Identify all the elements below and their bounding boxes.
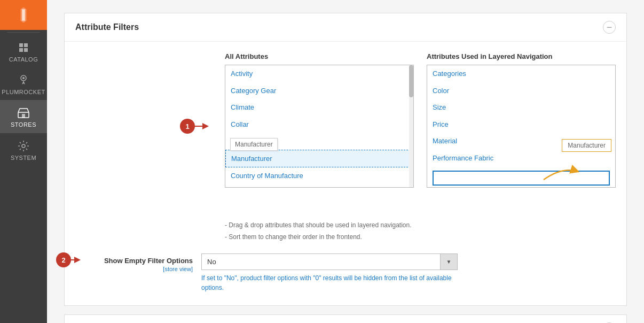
step1-circle: 1 <box>180 119 195 134</box>
used-attr-performance[interactable]: Performance Fabric <box>427 150 615 167</box>
show-empty-filter-control: No ▼ If set to "No", product filter opti… <box>201 253 616 293</box>
used-attr-color[interactable]: Color <box>427 82 615 99</box>
plumrocket-icon <box>17 74 30 87</box>
used-attributes-col: Attributes Used in Layered Navigation Ca… <box>427 52 616 188</box>
svg-rect-2 <box>22 9 25 21</box>
used-attr-categories[interactable]: Categories <box>427 65 615 82</box>
svg-rect-6 <box>22 114 25 118</box>
sidebar-item-stores-label: STORES <box>11 121 36 128</box>
show-empty-filter-select[interactable]: No ▼ <box>201 253 458 270</box>
attr-collar[interactable]: Collar <box>225 116 413 133</box>
attribute-filters-columns: All Attributes Activity Category Gear Cl… <box>225 52 616 188</box>
main-content: Attribute Filters − 1 <box>47 0 644 323</box>
used-attr-size[interactable]: Size <box>427 99 615 116</box>
attr-new-theme[interactable]: New Theme <box>225 184 413 188</box>
stores-icon <box>17 106 30 119</box>
note-sort: - Sort them to change their order in the… <box>225 232 616 243</box>
used-attr-price[interactable]: Price <box>427 116 615 133</box>
all-attributes-listbox[interactable]: Activity Category Gear Climate Collar Co… <box>225 65 414 188</box>
sidebar: CATALOG PLUMROCKET STORES SYSTEM <box>0 0 47 323</box>
sidebar-divider-top <box>7 32 40 33</box>
attr-category-gear[interactable]: Category Gear <box>225 82 413 99</box>
attr-climate[interactable]: Climate <box>225 99 413 116</box>
seo-settings-header: SEO Settings + <box>65 315 626 323</box>
sidebar-item-stores[interactable]: STORES <box>0 100 47 133</box>
sidebar-item-catalog-label: CATALOG <box>9 56 38 63</box>
show-empty-filter-row: 2 Show Empty Filter Options [store view] <box>75 253 616 293</box>
step2-annotation: 2 <box>56 256 84 264</box>
drag-tooltip: Manufacturer <box>230 138 278 151</box>
step2-circle: 2 <box>56 252 71 267</box>
attribute-filter-notes: - Drag & drop attributes that should be … <box>225 220 616 243</box>
attribute-filters-section: Attribute Filters − 1 <box>64 13 627 306</box>
catalog-icon <box>17 41 30 54</box>
sidebar-logo[interactable] <box>0 0 47 30</box>
all-attributes-title: All Attributes <box>225 52 414 60</box>
system-icon <box>17 140 30 152</box>
seo-settings-section: SEO Settings + <box>64 314 627 323</box>
sidebar-item-plumrocket[interactable]: PLUMROCKET <box>0 67 47 100</box>
step1-annotation: 1 <box>180 122 212 130</box>
all-attributes-scrollbar-track <box>409 65 413 187</box>
show-empty-filter-value: No <box>202 254 440 270</box>
note-drag: - Drag & drop attributes that should be … <box>225 220 616 232</box>
manufacturer-drop-label: Manufacturer <box>562 139 611 152</box>
show-empty-filter-dropdown-btn[interactable]: ▼ <box>440 254 457 270</box>
sidebar-item-system-label: SYSTEM <box>11 155 36 162</box>
used-attributes-title: Attributes Used in Layered Navigation <box>427 52 616 60</box>
sidebar-item-catalog[interactable]: CATALOG <box>0 35 47 67</box>
show-empty-filter-label: Show Empty Filter Options <box>104 257 193 265</box>
sidebar-item-plumrocket-label: PLUMROCKET <box>2 89 45 96</box>
show-empty-filter-store-view: [store view] <box>75 266 193 272</box>
used-attributes-listbox[interactable]: Categories Color Size Price Material Per… <box>427 65 616 188</box>
attribute-filters-body: 1 All Attributes Activity Category Gear <box>65 42 626 305</box>
all-attributes-col: All Attributes Activity Category Gear Cl… <box>225 52 414 188</box>
attr-manufacturer[interactable]: Manufacturer <box>225 150 413 168</box>
svg-point-7 <box>22 144 25 148</box>
attr-activity[interactable]: Activity <box>225 65 413 82</box>
attribute-filters-header: Attribute Filters − <box>65 13 626 42</box>
show-empty-filter-label-wrap: Show Empty Filter Options [store view] <box>75 253 193 272</box>
drop-target-input[interactable] <box>433 171 610 186</box>
magento-logo-icon <box>14 5 33 25</box>
sidebar-item-system[interactable]: SYSTEM <box>0 133 47 166</box>
all-attributes-scrollbar-thumb[interactable] <box>409 65 413 97</box>
filters-layout: 1 All Attributes Activity Category Gear <box>75 52 616 293</box>
show-empty-filter-desc: If set to "No", product filter options w… <box>201 273 458 293</box>
svg-point-4 <box>22 77 25 79</box>
drop-zone <box>427 166 615 188</box>
attr-country-manufacture[interactable]: Country of Manufacture <box>225 167 413 184</box>
attribute-filters-toggle[interactable]: − <box>603 21 616 34</box>
attribute-filters-title: Attribute Filters <box>75 22 139 32</box>
